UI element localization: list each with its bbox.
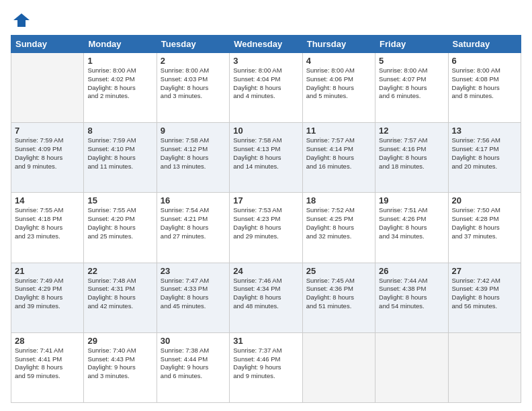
calendar-cell: 24Sunrise: 7:46 AM Sunset: 4:34 PM Dayli… [230,263,302,332]
header-day-saturday: Saturday [448,36,521,53]
calendar-cell: 9Sunrise: 7:58 AM Sunset: 4:12 PM Daylig… [157,123,229,193]
day-number: 13 [452,126,517,136]
day-info: Sunrise: 7:55 AM Sunset: 4:20 PM Dayligh… [87,206,152,240]
header-day-wednesday: Wednesday [230,36,302,53]
calendar-cell: 31Sunrise: 7:37 AM Sunset: 4:46 PM Dayli… [230,332,302,402]
header-day-tuesday: Tuesday [157,36,229,53]
day-number: 23 [161,266,226,276]
day-number: 5 [379,56,444,66]
calendar-cell: 10Sunrise: 7:58 AM Sunset: 4:13 PM Dayli… [230,123,302,193]
day-info: Sunrise: 7:47 AM Sunset: 4:33 PM Dayligh… [161,277,226,311]
day-info: Sunrise: 7:53 AM Sunset: 4:23 PM Dayligh… [233,206,298,240]
header-day-friday: Friday [375,36,448,53]
calendar-cell: 5Sunrise: 8:00 AM Sunset: 4:07 PM Daylig… [375,53,448,123]
day-number: 3 [233,56,298,66]
week-row-3: 14Sunrise: 7:55 AM Sunset: 4:18 PM Dayli… [11,193,521,263]
calendar-cell: 7Sunrise: 7:59 AM Sunset: 4:09 PM Daylig… [11,123,84,193]
day-info: Sunrise: 7:37 AM Sunset: 4:46 PM Dayligh… [233,347,298,381]
calendar-cell [448,332,521,402]
day-info: Sunrise: 7:42 AM Sunset: 4:39 PM Dayligh… [452,277,517,311]
header-day-sunday: Sunday [11,36,84,53]
logo-icon [12,11,31,30]
calendar-container: SundayMondayTuesdayWednesdayThursdayFrid… [0,0,532,411]
day-info: Sunrise: 7:59 AM Sunset: 4:10 PM Dayligh… [87,136,152,171]
day-number: 29 [87,336,152,346]
calendar-cell: 6Sunrise: 8:00 AM Sunset: 4:08 PM Daylig… [448,53,521,123]
day-number: 31 [233,336,298,346]
day-info: Sunrise: 7:51 AM Sunset: 4:26 PM Dayligh… [379,206,444,240]
day-info: Sunrise: 8:00 AM Sunset: 4:04 PM Dayligh… [233,66,298,101]
calendar-cell: 2Sunrise: 8:00 AM Sunset: 4:03 PM Daylig… [157,53,229,123]
week-row-2: 7Sunrise: 7:59 AM Sunset: 4:09 PM Daylig… [11,123,521,193]
day-info: Sunrise: 7:44 AM Sunset: 4:38 PM Dayligh… [379,277,444,311]
day-number: 14 [15,195,80,205]
day-number: 12 [379,126,444,136]
day-info: Sunrise: 8:00 AM Sunset: 4:06 PM Dayligh… [306,66,371,101]
week-row-5: 28Sunrise: 7:41 AM Sunset: 4:41 PM Dayli… [11,332,521,402]
calendar-cell [302,332,375,402]
day-number: 4 [306,56,371,66]
calendar-cell: 14Sunrise: 7:55 AM Sunset: 4:18 PM Dayli… [11,193,84,263]
day-number: 10 [233,126,298,136]
day-number: 2 [161,56,226,66]
calendar-cell: 20Sunrise: 7:50 AM Sunset: 4:28 PM Dayli… [448,193,521,263]
day-number: 27 [452,266,517,276]
calendar-cell: 18Sunrise: 7:52 AM Sunset: 4:25 PM Dayli… [302,193,375,263]
day-number: 16 [161,195,226,205]
day-number: 15 [87,195,152,205]
calendar-cell: 23Sunrise: 7:47 AM Sunset: 4:33 PM Dayli… [157,263,229,332]
day-info: Sunrise: 7:38 AM Sunset: 4:44 PM Dayligh… [161,347,226,381]
day-number: 1 [87,56,152,66]
calendar-cell: 26Sunrise: 7:44 AM Sunset: 4:38 PM Dayli… [375,263,448,332]
day-info: Sunrise: 7:40 AM Sunset: 4:43 PM Dayligh… [87,347,152,381]
day-number: 28 [15,336,80,346]
calendar-cell: 21Sunrise: 7:49 AM Sunset: 4:29 PM Dayli… [11,263,84,332]
day-info: Sunrise: 7:49 AM Sunset: 4:29 PM Dayligh… [15,277,80,311]
day-info: Sunrise: 7:50 AM Sunset: 4:28 PM Dayligh… [452,206,517,240]
calendar-cell: 4Sunrise: 8:00 AM Sunset: 4:06 PM Daylig… [302,53,375,123]
day-number: 9 [161,126,226,136]
calendar-cell: 13Sunrise: 7:56 AM Sunset: 4:17 PM Dayli… [448,123,521,193]
day-number: 20 [452,195,517,205]
day-info: Sunrise: 8:00 AM Sunset: 4:08 PM Dayligh… [452,66,517,101]
day-info: Sunrise: 7:48 AM Sunset: 4:31 PM Dayligh… [87,277,152,311]
day-number: 18 [306,195,371,205]
calendar-cell: 8Sunrise: 7:59 AM Sunset: 4:10 PM Daylig… [84,123,157,193]
day-info: Sunrise: 7:58 AM Sunset: 4:13 PM Dayligh… [233,136,298,171]
day-info: Sunrise: 8:00 AM Sunset: 4:03 PM Dayligh… [161,66,226,101]
header-row: SundayMondayTuesdayWednesdayThursdayFrid… [11,36,521,53]
day-number: 24 [233,266,298,276]
day-number: 7 [15,126,80,136]
header-day-monday: Monday [84,36,157,53]
day-info: Sunrise: 8:00 AM Sunset: 4:07 PM Dayligh… [379,66,444,101]
day-number: 26 [379,266,444,276]
day-info: Sunrise: 8:00 AM Sunset: 4:02 PM Dayligh… [87,66,152,101]
day-number: 17 [233,195,298,205]
calendar-cell: 12Sunrise: 7:57 AM Sunset: 4:16 PM Dayli… [375,123,448,193]
day-info: Sunrise: 7:41 AM Sunset: 4:41 PM Dayligh… [15,347,80,381]
calendar-cell: 16Sunrise: 7:54 AM Sunset: 4:21 PM Dayli… [157,193,229,263]
calendar-cell [11,53,84,123]
day-info: Sunrise: 7:54 AM Sunset: 4:21 PM Dayligh… [161,206,226,240]
calendar-cell: 22Sunrise: 7:48 AM Sunset: 4:31 PM Dayli… [84,263,157,332]
calendar-cell: 1Sunrise: 8:00 AM Sunset: 4:02 PM Daylig… [84,53,157,123]
week-row-1: 1Sunrise: 8:00 AM Sunset: 4:02 PM Daylig… [11,53,521,123]
calendar-cell: 27Sunrise: 7:42 AM Sunset: 4:39 PM Dayli… [448,263,521,332]
logo [11,11,31,30]
calendar-cell: 29Sunrise: 7:40 AM Sunset: 4:43 PM Dayli… [84,332,157,402]
header-day-thursday: Thursday [302,36,375,53]
day-number: 19 [379,195,444,205]
calendar-cell: 30Sunrise: 7:38 AM Sunset: 4:44 PM Dayli… [157,332,229,402]
day-number: 6 [452,56,517,66]
day-number: 11 [306,126,371,136]
day-info: Sunrise: 7:57 AM Sunset: 4:16 PM Dayligh… [379,136,444,171]
calendar-cell: 17Sunrise: 7:53 AM Sunset: 4:23 PM Dayli… [230,193,302,263]
day-info: Sunrise: 7:59 AM Sunset: 4:09 PM Dayligh… [15,136,80,171]
day-info: Sunrise: 7:45 AM Sunset: 4:36 PM Dayligh… [306,277,371,311]
calendar-table: SundayMondayTuesdayWednesdayThursdayFrid… [11,35,521,403]
day-info: Sunrise: 7:46 AM Sunset: 4:34 PM Dayligh… [233,277,298,311]
day-info: Sunrise: 7:52 AM Sunset: 4:25 PM Dayligh… [306,206,371,240]
week-row-4: 21Sunrise: 7:49 AM Sunset: 4:29 PM Dayli… [11,263,521,332]
day-info: Sunrise: 7:55 AM Sunset: 4:18 PM Dayligh… [15,206,80,240]
day-number: 8 [87,126,152,136]
